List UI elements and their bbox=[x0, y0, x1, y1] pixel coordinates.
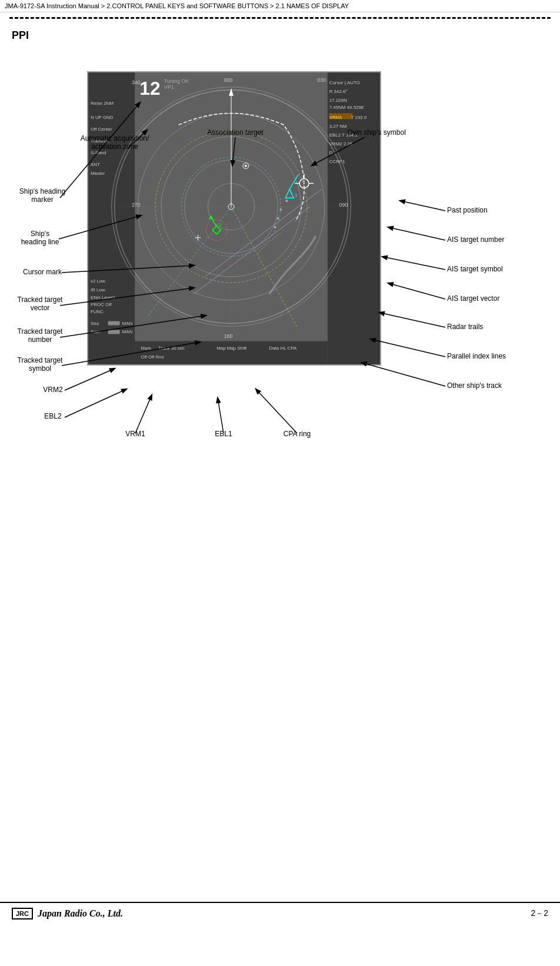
svg-text:3.27  NM: 3.27 NM bbox=[329, 124, 347, 129]
svg-text:Transmit: Transmit bbox=[91, 138, 109, 144]
diagram-area: 12 Tuning OK VP1 bbox=[0, 48, 560, 460]
svg-point-37 bbox=[279, 208, 282, 211]
svg-line-110 bbox=[218, 398, 224, 433]
jrc-box: JRC bbox=[12, 908, 33, 919]
svg-text:180: 180 bbox=[224, 333, 233, 339]
svg-text:T 193.0: T 193.0 bbox=[351, 115, 366, 120]
svg-point-35 bbox=[245, 165, 247, 167]
tracked-target-number-label: Tracked target bbox=[18, 327, 64, 336]
svg-point-39 bbox=[274, 226, 276, 228]
ships-heading-line-label: Ship's bbox=[31, 230, 49, 238]
svg-text:VRM1: VRM1 bbox=[329, 115, 343, 120]
svg-text:17.229N: 17.229N bbox=[329, 98, 347, 103]
svg-text:N UP  GND: N UP GND bbox=[91, 115, 114, 120]
svg-line-108 bbox=[65, 389, 126, 417]
svg-text:Off  Center: Off Center bbox=[91, 127, 112, 132]
svg-text:FUNC: FUNC bbox=[91, 309, 104, 314]
svg-text:Rain: Rain bbox=[91, 329, 100, 334]
past-position-label: Past position bbox=[447, 206, 488, 214]
section-divider bbox=[9, 17, 551, 19]
svg-text:R   342.6°: R 342.6° bbox=[329, 89, 348, 94]
svg-line-102 bbox=[379, 313, 445, 327]
cpa-ring-label: CPA ring bbox=[284, 430, 311, 438]
radar-trails-label: Radar trails bbox=[447, 323, 483, 331]
svg-rect-63 bbox=[108, 321, 120, 326]
svg-text:12: 12 bbox=[139, 78, 160, 99]
radar-screen: 12 Tuning OK VP1 bbox=[87, 71, 381, 366]
ebl1-label: EBL1 bbox=[215, 430, 232, 438]
svg-line-105 bbox=[371, 339, 445, 357]
svg-line-99 bbox=[388, 283, 445, 299]
ships-heading-marker-label: Ship's heading bbox=[19, 187, 65, 195]
svg-text:030: 030 bbox=[317, 77, 326, 83]
company-name: Japan Radio Co., Ltd. bbox=[38, 908, 123, 919]
svg-line-109 bbox=[135, 395, 152, 433]
tracked-target-vector-label: Tracked target bbox=[18, 296, 64, 304]
page-number: 2－2 bbox=[531, 908, 548, 919]
footer: JRC Japan Radio Co., Ltd. 2－2 bbox=[0, 902, 560, 924]
svg-text:Rinse 2NM: Rinse 2NM bbox=[91, 101, 114, 106]
svg-text:PROC Off: PROC Off bbox=[91, 302, 112, 307]
svg-text:VRM2 2.35: VRM2 2.35 bbox=[329, 141, 353, 147]
svg-text:MAN: MAN bbox=[122, 329, 133, 334]
svg-text:VP1: VP1 bbox=[164, 84, 174, 90]
parallel-index-lines-label: Parallel index lines bbox=[447, 352, 506, 360]
svg-text:x2  Low: x2 Low bbox=[91, 278, 105, 284]
svg-text:marker: marker bbox=[31, 195, 53, 204]
cursor-mark-label: Cursor mark bbox=[23, 268, 62, 276]
svg-line-91 bbox=[400, 201, 445, 211]
svg-text:Mark: Mark bbox=[141, 346, 151, 351]
svg-text:1: 1 bbox=[295, 192, 298, 198]
svg-point-38 bbox=[276, 217, 279, 220]
ais-target-number-label: AIS target number bbox=[447, 235, 504, 244]
svg-text:vector: vector bbox=[31, 304, 50, 312]
svg-text:Master: Master bbox=[91, 171, 105, 176]
vrm2-label: VRM2 bbox=[43, 386, 63, 394]
svg-text:heading  line: heading line bbox=[21, 238, 59, 246]
other-ships-track-label: Other ship's track bbox=[447, 381, 502, 390]
svg-text:090: 090 bbox=[339, 202, 348, 208]
svg-line-94 bbox=[388, 227, 445, 240]
breadcrumb: JMA-9172-SA Instruction Manual > 2.CONTR… bbox=[0, 0, 560, 12]
svg-text:270: 270 bbox=[132, 202, 141, 208]
svg-point-36 bbox=[285, 200, 288, 202]
svg-text:CCRP1: CCRP1 bbox=[329, 159, 345, 164]
svg-text:symbol: symbol bbox=[29, 364, 51, 373]
svg-text:Tuning OK: Tuning OK bbox=[164, 78, 189, 84]
vrm1-label: VRM1 bbox=[125, 430, 145, 438]
svg-text:340: 340 bbox=[132, 79, 141, 85]
svg-text:000: 000 bbox=[224, 77, 233, 83]
ebl2-label: EBL2 bbox=[44, 412, 62, 420]
ais-target-symbol-label: AIS target symbol bbox=[447, 265, 503, 273]
svg-line-106 bbox=[65, 369, 115, 390]
svg-line-107 bbox=[362, 363, 445, 386]
svg-text:MAN: MAN bbox=[122, 321, 133, 326]
svg-text:Cursor  ( AUTO: Cursor ( AUTO bbox=[329, 80, 360, 85]
footer-left: JRC Japan Radio Co., Ltd. bbox=[12, 908, 123, 919]
svg-text:S-Band: S-Band bbox=[91, 150, 106, 155]
svg-text:IR Low: IR Low bbox=[91, 287, 105, 293]
svg-line-111 bbox=[256, 389, 297, 433]
ais-target-vector-label: AIS target vector bbox=[447, 294, 499, 303]
svg-text:3: 3 bbox=[219, 222, 222, 227]
svg-text:Sea: Sea bbox=[91, 321, 99, 326]
svg-text:Track  30 sec: Track 30 sec bbox=[158, 346, 185, 351]
svg-text:ANT: ANT bbox=[91, 162, 100, 167]
svg-text:EBL2 T 164.1: EBL2 T 164.1 bbox=[329, 132, 358, 138]
section-title: PPI bbox=[0, 24, 560, 42]
svg-text:7.45NM 44.529E: 7.45NM 44.529E bbox=[329, 105, 364, 110]
svg-text:Off  Off  Rns: Off Off Rns bbox=[141, 354, 164, 360]
svg-rect-66 bbox=[108, 330, 120, 334]
svg-text:Map Map Shift: Map Map Shift bbox=[216, 346, 247, 351]
svg-line-96 bbox=[382, 257, 445, 270]
svg-text:Data  HL  CPA: Data HL CPA bbox=[269, 346, 297, 351]
svg-text:D: D bbox=[329, 150, 333, 155]
tracked-target-symbol-label: Tracked target bbox=[18, 356, 64, 364]
svg-text:number: number bbox=[28, 336, 52, 344]
svg-text:ENH Level1: ENH Level1 bbox=[91, 295, 116, 300]
svg-rect-2 bbox=[135, 341, 327, 364]
